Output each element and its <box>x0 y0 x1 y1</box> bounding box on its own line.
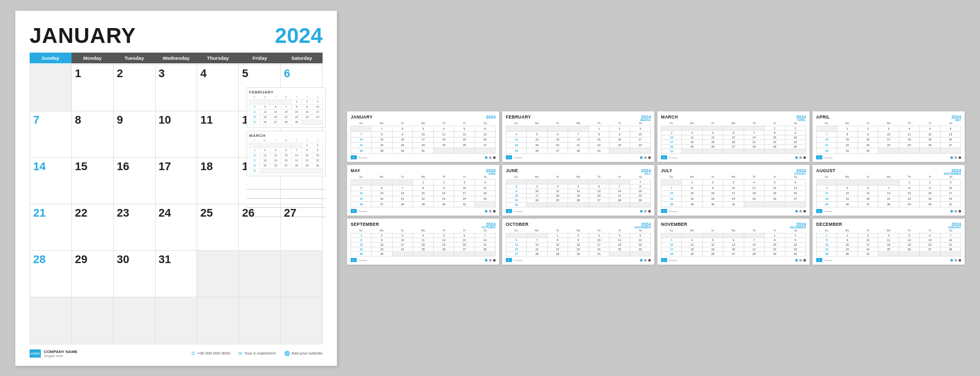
main-cell-1: 1 <box>72 65 114 111</box>
mini-footer-dots-10 <box>795 259 806 262</box>
mini-footer-dots-5 <box>640 210 651 213</box>
main-cell-17: 17 <box>156 158 198 204</box>
main-cell-10: 10 <box>156 111 198 158</box>
mini-next-month-11: JANUARY <box>948 226 961 229</box>
inset-grid-feb: 123 45678910 11121314151617 181920212223… <box>249 99 323 125</box>
main-year: 2024 <box>275 25 323 46</box>
day-wednesday: Wednesday <box>155 53 197 63</box>
phone-info: ✆ +00 000 000 0000 <box>191 351 230 356</box>
main-cell-empty9 <box>197 297 239 344</box>
mini-footer-dots-4 <box>485 210 496 213</box>
mini-cal-december: DECEMBER2024JANUARYSuMoTuWeThFrSa1234567… <box>813 219 965 265</box>
mini-month-4: MAY <box>351 168 360 173</box>
main-cell-empty6 <box>72 297 114 344</box>
main-calendar-header: JANUARY 2024 <box>30 25 323 46</box>
mini-month-8: SEPTEMBER <box>351 222 379 227</box>
footer-logo-area: LOGO COMPANY NAME Slogan here <box>30 349 78 358</box>
inset-calendars: FEBRUARY SMTWTFS 123 45678910 1112131415… <box>247 87 326 218</box>
mini-row-2: SEPTEMBER2024OCTOBERSuMoTuWeThFrSa123456… <box>347 219 965 265</box>
mini-footer-logo-0: L Company <box>351 155 367 159</box>
inset-day-names-mar: SMTWTFS <box>249 139 323 142</box>
mini-footer-dots-0 <box>485 156 496 159</box>
day-friday: Friday <box>239 53 281 63</box>
company-name: COMPANY NAME <box>44 349 78 354</box>
logo-box: LOGO <box>30 349 41 358</box>
inset-grid-mar: 12 3456789 10111213141516 17181920212223… <box>249 143 323 174</box>
mini-footer-dots-11 <box>950 259 961 262</box>
main-cell-8: 8 <box>72 111 114 158</box>
mini-footer-logo-10: L Company <box>661 258 677 262</box>
inset-day-names-feb: SMTWTFS <box>249 96 323 99</box>
footer-contact: ✆ +00 000 000 0000 ✉ Your e-mail/lorem 🌐… <box>191 351 323 356</box>
main-day-names: Sunday Monday Tuesday Wednesday Thursday… <box>30 53 323 63</box>
mini-footer-dots-1 <box>640 156 651 159</box>
company-info: COMPANY NAME Slogan here <box>44 349 78 358</box>
mini-next-month-5: JULY <box>644 172 651 175</box>
mini-month-5: JUNE <box>506 168 518 173</box>
mini-next-month-9: NOVEMBER <box>634 226 651 229</box>
main-cell-empty7 <box>114 297 156 344</box>
mini-footer-logo-5: L Company <box>506 209 522 213</box>
mini-cal-october: OCTOBER2024NOVEMBERSuMoTuWeThFrSa1234567… <box>502 219 654 265</box>
main-cell-empty11 <box>281 297 323 344</box>
mini-month-2: MARCH <box>661 114 678 120</box>
day-thursday: Thursday <box>197 53 239 63</box>
note-lines <box>247 181 326 217</box>
mini-cal-april: APRIL2024MAYSuMoTuWeThFrSa12345678910111… <box>813 111 965 162</box>
main-cell-empty8 <box>156 297 198 344</box>
main-cell-4: 4 <box>197 65 239 111</box>
day-monday: Monday <box>71 53 113 63</box>
mini-cal-january: JANUARY2024SuMoTuWeThFrSa123456789101112… <box>347 111 499 162</box>
main-cell-23: 23 <box>114 204 156 251</box>
mini-next-month-10: DECEMBER <box>790 226 806 229</box>
website-info: 🌐 Add your website <box>284 351 323 356</box>
mini-footer-logo-11: L Company <box>816 258 832 262</box>
mini-cal-february: FEBRUARY2024MARCHSuMoTuWeThFrSa123456789… <box>502 111 654 162</box>
main-cell-empty4 <box>281 251 323 297</box>
mini-month-9: OCTOBER <box>506 222 528 227</box>
mini-footer-logo-7: L Company <box>816 209 832 213</box>
mini-footer-dots-9 <box>640 259 651 262</box>
mini-footer-dots-6 <box>795 210 806 213</box>
main-cell-empty2 <box>197 251 239 297</box>
inset-cal-feb: FEBRUARY SMTWTFS 123 45678910 1112131415… <box>247 87 326 128</box>
main-cell-11: 11 <box>197 111 239 158</box>
main-cell-24: 24 <box>156 204 198 251</box>
mini-next-month-1: MARCH <box>641 119 651 122</box>
mini-month-11: DECEMBER <box>816 222 842 227</box>
slogan: Slogan here <box>44 354 78 358</box>
mini-footer-logo-8: L Company <box>351 258 367 262</box>
email-icon: ✉ <box>238 351 242 356</box>
mini-next-month-6: AUGUST <box>794 172 806 175</box>
globe-icon: 🌐 <box>284 351 290 356</box>
mini-month-7: AUGUST <box>816 168 836 173</box>
main-cell-29: 29 <box>72 251 114 297</box>
main-cell-25: 25 <box>197 204 239 251</box>
mini-month-1: FEBRUARY <box>506 114 531 120</box>
website-text: Add your website <box>291 351 323 356</box>
note-line-4 <box>247 209 326 217</box>
main-cell-2: 2 <box>114 65 156 111</box>
mini-month-3: APRIL <box>816 114 830 120</box>
note-line-3 <box>247 200 326 208</box>
phone-number: +00 000 000 0000 <box>197 351 230 356</box>
main-cell-3: 3 <box>156 65 198 111</box>
inset-cal-mar: MARCH SMTWTFS 12 3456789 10111213141516 … <box>247 131 326 176</box>
mini-cal-september: SEPTEMBER2024OCTOBERSuMoTuWeThFrSa123456… <box>347 219 499 265</box>
main-cell-28: 28 <box>30 251 72 297</box>
main-calendar: JANUARY 2024 Sunday Monday Tuesday Wedne… <box>15 11 337 366</box>
mini-month-0: JANUARY <box>351 114 373 120</box>
mini-cal-august: AUGUST2024SEPTEMBERSuMoTuWeThFrSa1234567… <box>813 165 965 216</box>
mini-footer-dots-2 <box>795 156 806 159</box>
mini-cal-june: JUNE2024JULYSuMoTuWeThFrSa12345678910111… <box>502 165 654 216</box>
inset-month-feb: FEBRUARY <box>249 90 323 95</box>
note-line-1 <box>247 181 326 190</box>
main-cell-14: 14 <box>30 158 72 204</box>
mini-footer-logo-9: L Company <box>506 258 522 262</box>
main-cell-21: 21 <box>30 204 72 251</box>
mini-footer-dots-7 <box>950 210 961 213</box>
mini-footer-logo-6: L Company <box>661 209 677 213</box>
main-footer: LOGO COMPANY NAME Slogan here ✆ +00 000 … <box>30 349 323 358</box>
mini-next-month-3: MAY <box>955 119 961 122</box>
main-cell-30: 30 <box>114 251 156 297</box>
